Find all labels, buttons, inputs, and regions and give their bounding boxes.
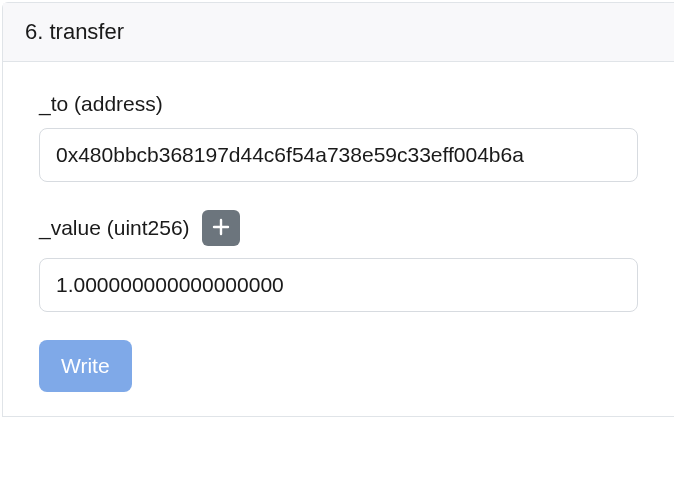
label-text-value: _value (uint256) <box>39 216 190 240</box>
panel-body: _to (address) _value (uint256) Write <box>3 62 674 416</box>
panel-header-transfer[interactable]: 6. transfer <box>3 3 674 62</box>
function-panel: 6. transfer _to (address) _value (uint25… <box>2 2 674 417</box>
label-text-to: _to (address) <box>39 92 163 116</box>
plus-icon <box>212 218 230 239</box>
add-value-button[interactable] <box>202 210 240 246</box>
field-label-value: _value (uint256) <box>39 210 638 246</box>
write-button[interactable]: Write <box>39 340 132 392</box>
to-address-input[interactable] <box>39 128 638 182</box>
value-uint256-input[interactable] <box>39 258 638 312</box>
field-label-to: _to (address) <box>39 92 638 116</box>
panel-title: 6. transfer <box>25 19 124 44</box>
